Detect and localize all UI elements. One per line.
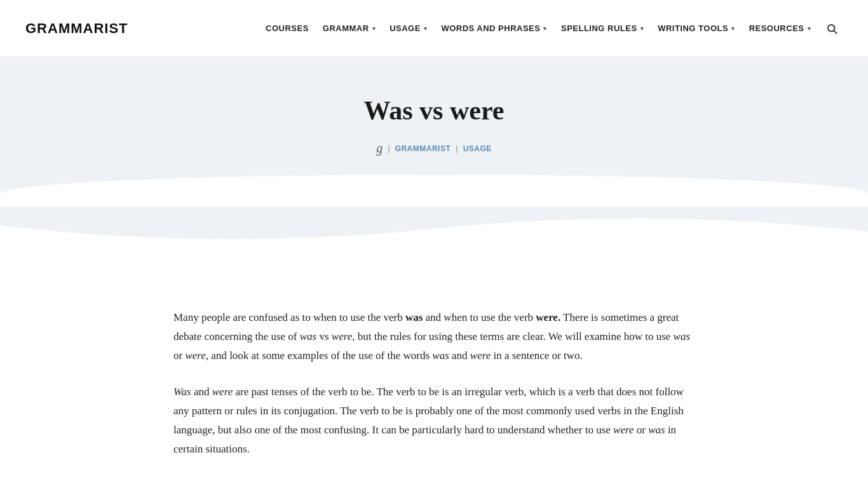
nav-label-4: SPELLING RULES bbox=[561, 24, 637, 33]
nav-label-0: COURSES bbox=[266, 24, 309, 33]
were-italic-p2: were bbox=[212, 386, 233, 398]
main-nav: COURSESGRAMMAR▾USAGE▾WORDS AND PHRASES▾S… bbox=[259, 18, 843, 39]
svg-line-1 bbox=[834, 30, 836, 33]
site-logo[interactable]: GRAMMARIST bbox=[25, 20, 128, 37]
were-italic-3: were bbox=[470, 349, 491, 362]
chevron-down-icon: ▾ bbox=[808, 25, 811, 32]
nav-label-3: WORDS AND PHRASES bbox=[441, 24, 540, 33]
nav-item-writing-tools[interactable]: WRITING TOOLS▾ bbox=[651, 18, 741, 38]
was-bold-1: was bbox=[405, 311, 423, 323]
article-title: Was vs were bbox=[13, 95, 855, 126]
wave-divider bbox=[0, 207, 868, 251]
nav-item-courses[interactable]: COURSES bbox=[259, 18, 315, 38]
nav-label-5: WRITING TOOLS bbox=[658, 24, 728, 33]
meta-separator-2: | bbox=[456, 144, 458, 153]
were-italic-p2-end: were bbox=[613, 424, 634, 436]
chevron-down-icon: ▾ bbox=[372, 25, 376, 32]
was-italic-3: was bbox=[432, 349, 449, 362]
paragraph-2: Was and were are past tenses of the verb… bbox=[173, 383, 695, 458]
nav-label-2: USAGE bbox=[390, 24, 421, 33]
category-link[interactable]: USAGE bbox=[463, 144, 492, 153]
main-content: Many people are confused as to when to u… bbox=[0, 251, 868, 488]
was-italic-p2-end: was bbox=[648, 424, 665, 436]
were-bold-1: were. bbox=[536, 311, 560, 323]
nav-item-words-and-phrases[interactable]: WORDS AND PHRASES▾ bbox=[435, 18, 553, 38]
search-button[interactable] bbox=[821, 18, 843, 39]
author-link[interactable]: GRAMMARIST bbox=[395, 144, 451, 153]
nav-item-spelling-rules[interactable]: SPELLING RULES▾ bbox=[555, 18, 650, 38]
chevron-down-icon: ▾ bbox=[641, 25, 644, 32]
nav-label-1: GRAMMAR bbox=[323, 24, 369, 33]
article-meta: g | GRAMMARIST | USAGE bbox=[13, 141, 855, 156]
chevron-down-icon: ▾ bbox=[543, 25, 547, 32]
was-italic-p2: Was bbox=[173, 386, 191, 398]
nav-label-6: RESOURCES bbox=[749, 24, 804, 33]
grammarist-g-icon: g bbox=[376, 141, 383, 156]
were-italic-2: were, bbox=[185, 349, 208, 362]
chevron-down-icon: ▾ bbox=[731, 25, 735, 32]
article-body: Many people are confused as to when to u… bbox=[148, 270, 720, 488]
nav-item-resources[interactable]: RESOURCES▾ bbox=[743, 18, 817, 38]
was-italic-2: was bbox=[674, 330, 690, 342]
site-header: GRAMMARIST COURSESGRAMMAR▾USAGE▾WORDS AN… bbox=[0, 0, 868, 57]
nav-item-grammar[interactable]: GRAMMAR▾ bbox=[316, 18, 382, 38]
search-icon bbox=[826, 23, 837, 34]
meta-separator-1: | bbox=[388, 144, 390, 153]
nav-item-usage[interactable]: USAGE▾ bbox=[383, 18, 433, 38]
wave-svg bbox=[0, 207, 868, 251]
was-italic-1: was bbox=[300, 330, 316, 342]
were-italic-1: were, bbox=[332, 330, 355, 342]
chevron-down-icon: ▾ bbox=[424, 25, 428, 32]
paragraph-1: Many people are confused as to when to u… bbox=[173, 308, 695, 365]
hero-section: Was vs were g | GRAMMARIST | USAGE bbox=[0, 57, 868, 207]
